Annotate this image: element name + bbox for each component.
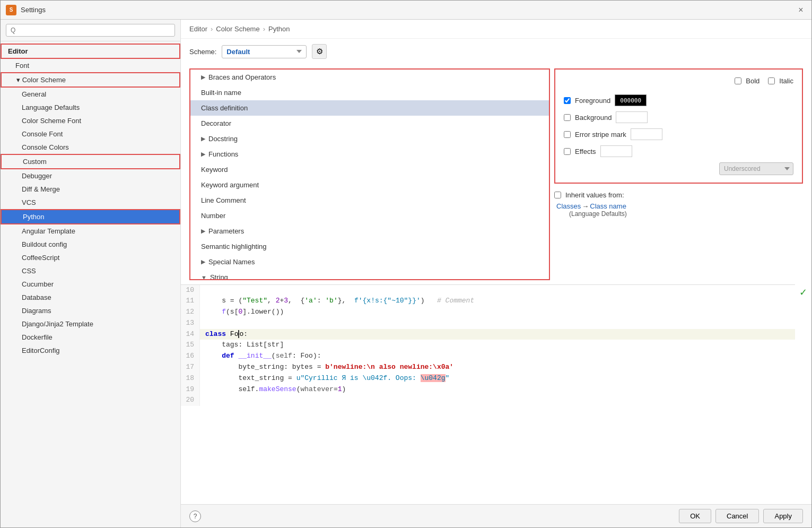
inherit-link-classes[interactable]: Classes [556,202,581,210]
sidebar-item-dockerfile[interactable]: Dockerfile [1,331,180,344]
sidebar-item-language-defaults[interactable]: Language Defaults [1,101,180,114]
panels-row: ▶ Braces and Operators Built-in name Cla… [181,64,811,284]
sidebar-item-editorconfig[interactable]: EditorConfig [1,344,180,357]
code-editor-preview: 10 11 s = ("Test", 2+3, {'a': 'b'}, f'{x… [181,284,795,505]
check-mark-area: ✓ [795,284,811,505]
code-line-14: 14 class Foo: [181,329,795,340]
list-item-string[interactable]: ▼ String [190,270,549,280]
title-bar: S Settings × [1,1,811,20]
background-color-swatch[interactable] [616,111,648,123]
list-item-braces-ops[interactable]: ▶ Braces and Operators [190,70,549,85]
foreground-checkbox[interactable] [564,97,571,104]
bold-label: Bold [746,77,759,85]
code-line-10: 10 [181,285,795,296]
list-item-keyword[interactable]: Keyword [190,162,549,177]
code-line-18: 18 text_string = u"Cyrillic Я is \u042f.… [181,373,795,384]
inherit-label: Inherit values from: [565,191,624,199]
sidebar-item-django-jinja2[interactable]: Django/Jinja2 Template [1,317,180,331]
inherit-sub-text: (Language Defaults) [569,210,803,218]
search-box [1,20,180,41]
window-title: Settings [21,6,46,14]
inherit-checkbox[interactable] [554,192,561,198]
sidebar-item-editor[interactable]: Editor [1,44,180,59]
italic-checkbox[interactable] [768,77,775,84]
settings-window: S Settings × Editor Font ▾ Color Scheme [0,0,812,528]
sidebar-item-coffeescript[interactable]: CoffeeScript [1,251,180,264]
breadcrumb: Editor › Color Scheme › Python [181,20,811,39]
background-checkbox[interactable] [564,114,571,121]
expand-arrow-braces: ▶ [201,74,205,81]
apply-button[interactable]: Apply [763,509,803,523]
bottom-bar: ? OK Cancel Apply [181,504,811,527]
breadcrumb-sep-1: › [211,25,213,33]
ok-button[interactable]: OK [679,509,711,523]
sidebar-item-database[interactable]: Database [1,291,180,304]
sidebar-item-angular-template[interactable]: Angular Template [1,224,180,238]
sidebar-item-diff-merge[interactable]: Diff & Merge [1,183,180,196]
scheme-row: Scheme: Default Darcula High contrast Mo… [181,39,811,64]
sidebar-item-color-scheme[interactable]: ▾ Color Scheme [1,72,180,88]
expand-arrow-parameters: ▶ [201,228,205,235]
expand-arrow-functions: ▶ [201,151,205,158]
breadcrumb-editor: Editor [189,25,207,33]
sidebar-item-css[interactable]: CSS [1,264,180,278]
right-panel: Editor › Color Scheme › Python Scheme: D… [181,20,811,527]
list-item-builtin-name[interactable]: Built-in name [190,85,549,100]
inherit-link-classname[interactable]: Class name [590,202,626,210]
error-stripe-label: Error stripe mark [575,131,626,139]
effects-label: Effects [575,148,596,155]
effects-checkbox[interactable] [564,148,571,155]
list-item-parameters[interactable]: ▶ Parameters [190,223,549,239]
sidebar-item-console-colors[interactable]: Console Colors [1,141,180,154]
error-stripe-color-swatch[interactable] [631,128,662,140]
code-line-15: 15 tags: List[str] [181,340,795,351]
sidebar-tree: Editor Font ▾ Color Scheme General Langu… [1,41,180,527]
inherit-section: Inherit values from: Classes → Class nam… [554,191,803,218]
sidebar-item-console-font[interactable]: Console Font [1,127,180,141]
list-item-line-comment[interactable]: Line Comment [190,193,549,208]
list-item-special-names[interactable]: ▶ Special Names [190,254,549,270]
effects-row: Effects [564,145,793,157]
expand-arrow-special-names: ▶ [201,258,205,265]
list-item-docstring[interactable]: ▶ Docstring [190,131,549,146]
expand-arrow-docstring: ▶ [201,135,205,142]
close-button[interactable]: × [796,5,806,15]
properties-box: Bold Italic Foreground 000000 [554,68,803,184]
sidebar: Editor Font ▾ Color Scheme General Langu… [1,20,181,527]
foreground-color-swatch[interactable]: 000000 [615,94,647,106]
sidebar-item-cucumber[interactable]: Cucumber [1,278,180,291]
effects-color-swatch[interactable] [600,145,632,157]
help-button[interactable]: ? [189,510,201,522]
title-bar-left: S Settings [6,5,46,15]
search-input[interactable] [6,24,175,37]
sidebar-item-diagrams[interactable]: Diagrams [1,304,180,317]
scheme-select[interactable]: Default Darcula High contrast Monokai [222,45,307,58]
inherit-arrow-icon: → [582,202,589,210]
sidebar-item-custom[interactable]: Custom [1,154,180,169]
sidebar-item-vcs[interactable]: VCS [1,196,180,209]
bottom-left: ? [189,510,201,522]
italic-label: Italic [779,77,793,85]
cancel-button[interactable]: Cancel [715,509,759,523]
sidebar-item-general[interactable]: General [1,88,180,101]
sidebar-item-color-scheme-font[interactable]: Color Scheme Font [1,114,180,127]
list-item-semantic-highlighting[interactable]: Semantic highlighting [190,239,549,254]
bold-checkbox[interactable] [735,77,741,84]
list-item-class-definition[interactable]: Class definition [190,100,549,116]
error-stripe-checkbox[interactable] [564,131,571,138]
code-line-16: 16 def __init__(self: Foo): [181,351,795,362]
list-item-functions[interactable]: ▶ Functions [190,146,549,162]
breadcrumb-sep-2: › [263,25,265,33]
scheme-label: Scheme: [189,48,216,56]
sidebar-item-debugger[interactable]: Debugger [1,169,180,183]
code-line-11: 11 s = ("Test", 2+3, {'a': 'b'}, f'{x!s:… [181,296,795,307]
gear-button[interactable]: ⚙ [312,44,327,59]
list-item-decorator[interactable]: Decorator [190,116,549,131]
sidebar-item-buildout-config[interactable]: Buildout config [1,238,180,251]
inherit-row: Inherit values from: [554,191,803,199]
list-item-number[interactable]: Number [190,208,549,223]
list-item-keyword-argument[interactable]: Keyword argument [190,177,549,193]
sidebar-item-python[interactable]: Python [1,209,180,224]
underscored-select[interactable]: Underscored Underwave Bordered Strike th… [719,162,793,175]
sidebar-item-font[interactable]: Font [1,59,180,72]
